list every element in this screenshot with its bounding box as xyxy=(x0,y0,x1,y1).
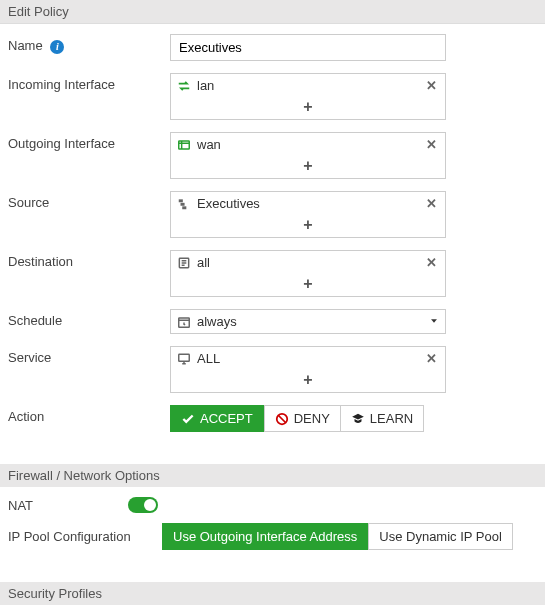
source-label: Source xyxy=(8,191,170,210)
list-item-text: lan xyxy=(197,78,214,93)
info-icon[interactable]: i xyxy=(50,40,64,54)
outgoing-interface-box[interactable]: wan ✕ + xyxy=(170,132,446,179)
ip-pool-button-group: Use Outgoing Interface Address Use Dynam… xyxy=(162,523,513,550)
list-item[interactable]: wan ✕ xyxy=(171,133,445,156)
use-outgoing-address-button[interactable]: Use Outgoing Interface Address xyxy=(162,523,368,550)
page-title: Edit Policy xyxy=(0,0,545,24)
action-button-group: ACCEPT DENY LEARN xyxy=(170,405,424,432)
ip-pool-label: IP Pool Configuration xyxy=(8,529,162,544)
globe-box-icon xyxy=(177,138,191,152)
add-button[interactable]: + xyxy=(171,97,445,119)
svg-rect-1 xyxy=(179,199,183,202)
close-icon[interactable]: ✕ xyxy=(424,137,439,152)
close-icon[interactable]: ✕ xyxy=(424,78,439,93)
list-item[interactable]: Executives ✕ xyxy=(171,192,445,215)
close-icon[interactable]: ✕ xyxy=(424,255,439,270)
list-item[interactable]: ALL ✕ xyxy=(171,347,445,370)
incoming-interface-box[interactable]: lan ✕ + xyxy=(170,73,446,120)
add-button[interactable]: + xyxy=(171,156,445,178)
list-item-text: wan xyxy=(197,137,221,152)
schedule-select[interactable]: always xyxy=(170,309,446,334)
deny-button[interactable]: DENY xyxy=(264,405,341,432)
destination-box[interactable]: all ✕ + xyxy=(170,250,446,297)
action-label: Action xyxy=(8,405,170,424)
list-item[interactable]: lan ✕ xyxy=(171,74,445,97)
clock-icon xyxy=(177,315,191,329)
add-button[interactable]: + xyxy=(171,370,445,392)
close-icon[interactable]: ✕ xyxy=(424,351,439,366)
service-label: Service xyxy=(8,346,170,365)
close-icon[interactable]: ✕ xyxy=(424,196,439,211)
graduation-cap-icon xyxy=(351,412,365,426)
check-icon xyxy=(181,412,195,426)
service-box[interactable]: ALL ✕ + xyxy=(170,346,446,393)
chevron-down-icon xyxy=(429,314,439,329)
destination-label: Destination xyxy=(8,250,170,269)
monitor-icon xyxy=(177,352,191,366)
add-button[interactable]: + xyxy=(171,215,445,237)
svg-rect-6 xyxy=(179,354,190,361)
security-section-title: Security Profiles xyxy=(0,582,545,605)
deny-icon xyxy=(275,412,289,426)
list-item-text: Executives xyxy=(197,196,260,211)
svg-rect-5 xyxy=(179,317,190,326)
svg-rect-2 xyxy=(181,202,185,205)
swap-arrows-icon xyxy=(177,79,191,93)
firewall-section-title: Firewall / Network Options xyxy=(0,464,545,487)
nat-label: NAT xyxy=(8,498,128,513)
add-button[interactable]: + xyxy=(171,274,445,296)
name-input[interactable] xyxy=(170,34,446,61)
list-item[interactable]: all ✕ xyxy=(171,251,445,274)
svg-rect-3 xyxy=(182,206,186,209)
learn-button[interactable]: LEARN xyxy=(341,405,424,432)
schedule-value: always xyxy=(197,314,237,329)
svg-rect-0 xyxy=(179,140,190,148)
incoming-interface-label: Incoming Interface xyxy=(8,73,170,92)
list-item-text: ALL xyxy=(197,351,220,366)
outgoing-interface-label: Outgoing Interface xyxy=(8,132,170,151)
schedule-label: Schedule xyxy=(8,309,170,328)
name-label: Name i xyxy=(8,34,170,54)
group-icon xyxy=(177,197,191,211)
source-box[interactable]: Executives ✕ + xyxy=(170,191,446,238)
address-icon xyxy=(177,256,191,270)
list-item-text: all xyxy=(197,255,210,270)
use-dynamic-ip-pool-button[interactable]: Use Dynamic IP Pool xyxy=(368,523,513,550)
accept-button[interactable]: ACCEPT xyxy=(170,405,264,432)
nat-toggle[interactable] xyxy=(128,497,158,513)
